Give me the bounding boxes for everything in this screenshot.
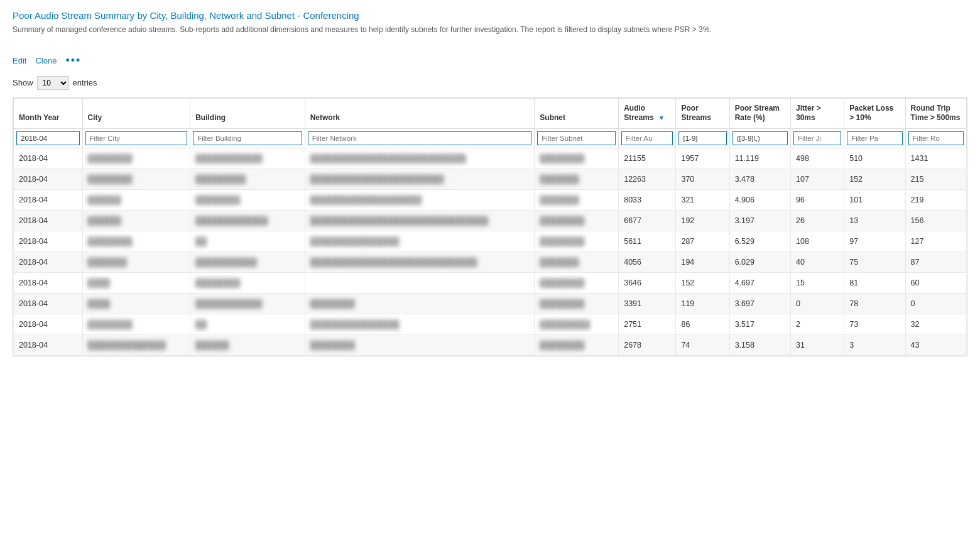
cell-subnet: ████████	[535, 148, 619, 168]
filter-network[interactable]	[308, 131, 532, 145]
table-row: 2018-04█████████████████████████████████…	[14, 314, 967, 334]
cell-audio_streams: 3391	[619, 293, 676, 314]
cell-month_year: 2018-04	[14, 293, 83, 314]
filter-cell-network	[305, 128, 535, 148]
cell-rtt: 32	[905, 314, 966, 334]
cell-rtt: 43	[905, 334, 966, 355]
col-header-poor-streams: Poor Streams	[676, 98, 729, 128]
cell-month_year: 2018-04	[14, 314, 83, 334]
cell-building: ████████	[190, 189, 305, 210]
more-options-button[interactable]: •••	[65, 54, 81, 67]
cell-subnet: ███████	[535, 251, 619, 272]
col-header-audio-streams[interactable]: Audio Streams ▼	[619, 98, 676, 128]
cell-rtt: 127	[905, 231, 966, 251]
cell-poor_streams: 192	[676, 210, 729, 231]
col-header-city: City	[82, 98, 190, 128]
filter-jitter[interactable]	[793, 131, 841, 145]
cell-poor_streams: 194	[676, 251, 729, 272]
cell-subnet: ████████	[535, 293, 619, 314]
cell-subnet: ████████	[535, 272, 619, 293]
cell-audio_streams: 21155	[619, 148, 676, 168]
cell-network	[305, 272, 535, 293]
cell-rtt: 156	[905, 210, 966, 231]
filter-cell-packet-loss	[844, 128, 905, 148]
filter-city[interactable]	[85, 131, 188, 145]
cell-audio_streams: 4056	[619, 251, 676, 272]
cell-network: ████████████████████████████████	[305, 210, 535, 231]
table-row: 2018-04████████████████████████████████3…	[14, 293, 967, 314]
cell-packet_loss: 101	[844, 189, 905, 210]
filter-cell-city	[82, 128, 190, 148]
cell-building: ██████	[190, 334, 305, 355]
cell-jitter: 2	[791, 314, 844, 334]
cell-psr: 3.517	[729, 314, 790, 334]
cell-building: █████████	[190, 168, 305, 189]
cell-poor_streams: 321	[676, 189, 729, 210]
clone-link[interactable]: Clone	[35, 56, 57, 65]
filter-cell-jitter	[791, 128, 844, 148]
cell-audio_streams: 2678	[619, 334, 676, 355]
cell-audio_streams: 5611	[619, 231, 676, 251]
cell-month_year: 2018-04	[14, 148, 83, 168]
cell-poor_streams: 287	[676, 231, 729, 251]
filter-rtt[interactable]	[908, 131, 964, 145]
filter-building[interactable]	[193, 131, 302, 145]
cell-jitter: 0	[791, 293, 844, 314]
cell-poor_streams: 86	[676, 314, 729, 334]
cell-building: ██	[190, 314, 305, 334]
filter-cell-poor	[676, 128, 729, 148]
sort-icon: ▼	[658, 114, 665, 122]
table-row: 2018-04█████████████████████████████████…	[14, 231, 967, 251]
cell-psr: 6.529	[729, 231, 790, 251]
cell-psr: 3.158	[729, 334, 790, 355]
filter-month-year[interactable]	[16, 131, 80, 145]
entries-label: entries	[73, 78, 97, 87]
cell-rtt: 87	[905, 251, 966, 272]
cell-psr: 4.906	[729, 189, 790, 210]
cell-city: ████	[82, 293, 190, 314]
entries-select[interactable]: 10 25 50 100	[37, 76, 69, 90]
page-title: Poor Audio Stream Summary by City, Build…	[13, 10, 967, 21]
col-header-jitter: Jitter > 30ms	[791, 98, 844, 128]
col-header-building: Building	[190, 98, 305, 128]
cell-psr: 3.478	[729, 168, 790, 189]
col-header-network: Network	[305, 98, 535, 128]
filter-packet-loss[interactable]	[847, 131, 902, 145]
cell-subnet: ████████	[535, 231, 619, 251]
table-row: 2018-04█████████████████████████████████…	[14, 148, 967, 168]
filter-cell-month-year	[14, 128, 83, 148]
cell-poor_streams: 74	[676, 334, 729, 355]
cell-network: ████████████████	[305, 314, 535, 334]
cell-network: ████████████████	[305, 231, 535, 251]
cell-network: ████████████████████	[305, 189, 535, 210]
cell-building: ███████████	[190, 251, 305, 272]
cell-network: ████████████████████████	[305, 168, 535, 189]
cell-rtt: 0	[905, 293, 966, 314]
cell-packet_loss: 510	[844, 148, 905, 168]
filter-cell-subnet	[535, 128, 619, 148]
data-table-wrapper: Month Year City Building Network Subnet …	[13, 97, 967, 356]
table-filter-row	[14, 128, 967, 148]
cell-poor_streams: 370	[676, 168, 729, 189]
cell-audio_streams: 2751	[619, 314, 676, 334]
cell-jitter: 31	[791, 334, 844, 355]
cell-audio_streams: 3646	[619, 272, 676, 293]
cell-city: ████████	[82, 231, 190, 251]
table-row: 2018-04█████████████████████████████████…	[14, 189, 967, 210]
show-label: Show	[13, 78, 33, 87]
cell-city: ██████	[82, 210, 190, 231]
cell-month_year: 2018-04	[14, 334, 83, 355]
col-header-rtt: Round Trip Time > 500ms	[905, 98, 966, 128]
col-header-subnet: Subnet	[535, 98, 619, 128]
filter-subnet[interactable]	[537, 131, 616, 145]
edit-link[interactable]: Edit	[13, 56, 26, 65]
cell-month_year: 2018-04	[14, 168, 83, 189]
filter-cell-psr	[729, 128, 790, 148]
filter-psr[interactable]	[732, 131, 788, 145]
filter-poor-streams[interactable]	[678, 131, 726, 145]
filter-audio-streams[interactable]	[621, 131, 673, 145]
filter-cell-audio	[619, 128, 676, 148]
cell-packet_loss: 73	[844, 314, 905, 334]
cell-city: ██████████████	[82, 334, 190, 355]
cell-city: ████████	[82, 314, 190, 334]
